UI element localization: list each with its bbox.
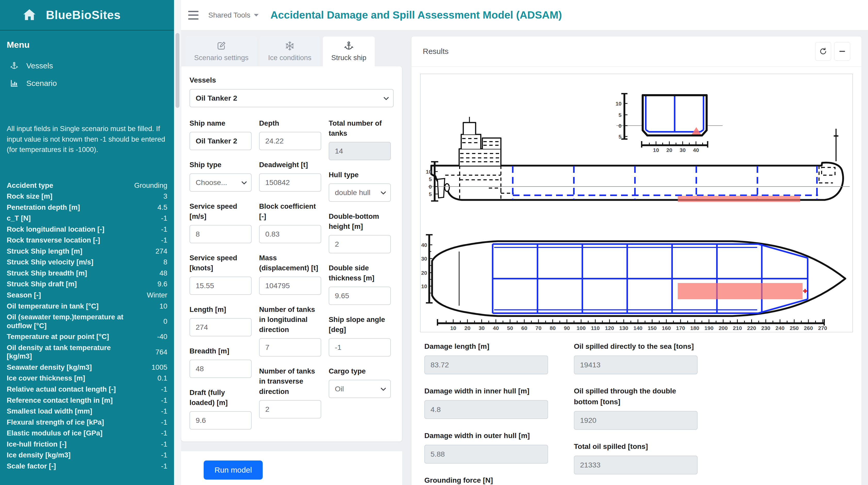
output-oil-spilled-directly-to-the-sea-tons: Oil spilled directly to the sea [tons] — [574, 341, 698, 374]
svg-text:70: 70 — [535, 325, 541, 331]
svg-text:230: 230 — [761, 325, 770, 331]
svg-text:30: 30 — [479, 325, 485, 331]
mass-displacement-t-input[interactable] — [259, 277, 321, 294]
sidebar-item-vessels[interactable]: Vessels — [0, 57, 174, 75]
param-label: Smallest load width [mm] — [7, 407, 92, 416]
block-coefficient-input[interactable] — [259, 226, 321, 243]
svg-text:160: 160 — [662, 325, 671, 331]
param-value: 3 — [163, 192, 167, 201]
double-bottom-height-m-field — [329, 235, 391, 253]
hull-type-select[interactable]: double hull — [329, 183, 391, 202]
form-footer: Run model — [181, 451, 402, 485]
ship-type-select[interactable]: Choose... — [189, 173, 252, 192]
ship-name-field — [189, 132, 252, 150]
output-damage-width-in-outer-hull-m: Damage width in outer hull [m] — [424, 430, 548, 464]
svg-text:5: 5 — [429, 176, 432, 182]
run-model-button[interactable]: Run model — [204, 460, 263, 480]
field-label: Double side thickness [m] — [329, 263, 391, 283]
deadweight-t-input[interactable] — [259, 174, 321, 191]
output-value-field — [574, 411, 698, 430]
mass-displacement-t-field — [259, 277, 321, 295]
field-breadth-m: Breadth [m] — [189, 346, 252, 378]
svg-text:120: 120 — [605, 325, 614, 331]
refresh-button[interactable] — [815, 42, 831, 61]
output-label: Damage width in inner hull [m] — [424, 386, 548, 397]
tab-ice-conditions[interactable]: Ice conditions — [259, 36, 320, 66]
output-value-field — [574, 456, 698, 475]
total-number-of-tanks-field — [329, 142, 391, 160]
param-row-struck-ship-breadth-m: Struck Ship breadth [m]48 — [7, 267, 167, 279]
sidebar-item-scenario[interactable]: Scenario — [0, 75, 174, 92]
chevron-down-icon — [383, 95, 390, 102]
tab-bar: Scenario settingsIce conditionsStruck sh… — [181, 36, 402, 66]
home-icon[interactable] — [22, 8, 37, 22]
param-label: Scale factor [-] — [7, 462, 56, 470]
param-row-scale-factor: Scale factor [-]-1 — [7, 460, 167, 472]
field-label: Depth — [259, 118, 321, 128]
param-value: 48 — [159, 269, 167, 278]
param-row-accident-type: Accident typeGrounding — [7, 180, 167, 191]
field-ship-slope-angle-deg: Ship slope angle [deg] — [329, 314, 391, 356]
param-value: -1 — [161, 407, 167, 416]
total-number-of-tanks-input — [329, 142, 390, 160]
vessels-select[interactable]: Oil Tanker 2 — [189, 89, 394, 107]
number-of-tanks-in-longitudinal-direction-input[interactable] — [259, 339, 321, 356]
shared-tools-dropdown[interactable]: Shared Tools — [208, 11, 258, 19]
number-of-tanks-in-transverse-direction-input[interactable] — [259, 401, 321, 418]
output-label: Oil spilled directly to the sea [tons] — [574, 341, 698, 352]
length-m-input[interactable] — [190, 319, 251, 336]
ship-slope-angle-deg-input[interactable] — [329, 339, 390, 356]
param-row-oil-temperature-in-tank-c: Oil temperature in tank [°C]10 — [7, 301, 167, 312]
field-label: Service speed [m/s] — [189, 201, 252, 221]
param-value: 10 — [159, 302, 167, 311]
outputs-left-column: Damage length [m]Damage width in inner h… — [424, 341, 548, 485]
results-header: Results — [411, 36, 862, 66]
svg-text:190: 190 — [705, 325, 714, 331]
param-value: -1 — [161, 396, 167, 405]
service-speed-m-s-input[interactable] — [190, 226, 251, 243]
service-speed-knots-input[interactable] — [190, 277, 251, 294]
param-value: 0 — [163, 317, 167, 326]
ship-name-input[interactable] — [190, 132, 251, 150]
bar-chart-icon — [10, 79, 19, 88]
results-title: Results — [423, 47, 448, 56]
svg-text:140: 140 — [633, 325, 643, 331]
param-value: 274 — [155, 247, 167, 256]
double-bottom-height-m-input[interactable] — [329, 235, 390, 253]
tab-scenario-settings[interactable]: Scenario settings — [186, 36, 257, 66]
number-of-tanks-in-longitudinal-direction-field — [259, 338, 321, 356]
tab-struck-ship[interactable]: Struck ship — [322, 36, 375, 66]
field-double-bottom-height-m: Double-bottom height [m] — [329, 211, 391, 253]
field-cargo-type: Cargo typeOil — [329, 366, 391, 398]
brand-title: BlueBioSites — [46, 8, 121, 22]
output-label: Grounding force [N] — [424, 475, 548, 485]
param-label: Reference contact length in [m] — [7, 396, 113, 405]
vessels-label: Vessels — [189, 76, 394, 84]
output-value-field — [424, 400, 548, 419]
draft-fully-loaded-m-input[interactable] — [190, 412, 251, 429]
param-value: -1 — [161, 429, 167, 437]
cargo-type-select[interactable]: Oil — [329, 380, 391, 398]
svg-text:50: 50 — [507, 325, 513, 331]
double-side-thickness-m-input[interactable] — [329, 287, 390, 305]
param-label: Ice-hull friction [-] — [7, 440, 66, 449]
field-draft-fully-loaded-m: Draft (fully loaded) [m] — [189, 388, 252, 430]
ship-slope-angle-deg-field — [329, 338, 391, 356]
depth-input[interactable] — [259, 132, 321, 150]
ship-side-profile-diagram: 10505 — [421, 110, 853, 219]
sidebar-scrollbar-thumb[interactable] — [176, 33, 179, 108]
sidebar-scrollbar[interactable] — [174, 0, 181, 485]
svg-text:250: 250 — [789, 325, 799, 331]
breadth-m-input[interactable] — [190, 360, 251, 377]
form-column: Total number of tanksHull typedouble hul… — [329, 118, 391, 439]
hamburger-menu-icon[interactable] — [188, 11, 198, 20]
chevron-down-icon — [380, 386, 387, 392]
field-label: Ship slope angle [deg] — [329, 314, 391, 335]
output-oil-spilled-through-the-double-bottom-tons: Oil spilled through the double bottom [t… — [574, 386, 698, 430]
field-service-speed-m-s: Service speed [m/s] — [189, 201, 252, 243]
field-double-side-thickness-m: Double side thickness [m] — [329, 263, 391, 305]
minimize-button[interactable] — [834, 42, 850, 61]
sidebar-item-label: Scenario — [26, 79, 57, 88]
page-title: Accidental Damage and Spill Assessment M… — [271, 9, 562, 21]
field-label: Draft (fully loaded) [m] — [189, 388, 252, 408]
